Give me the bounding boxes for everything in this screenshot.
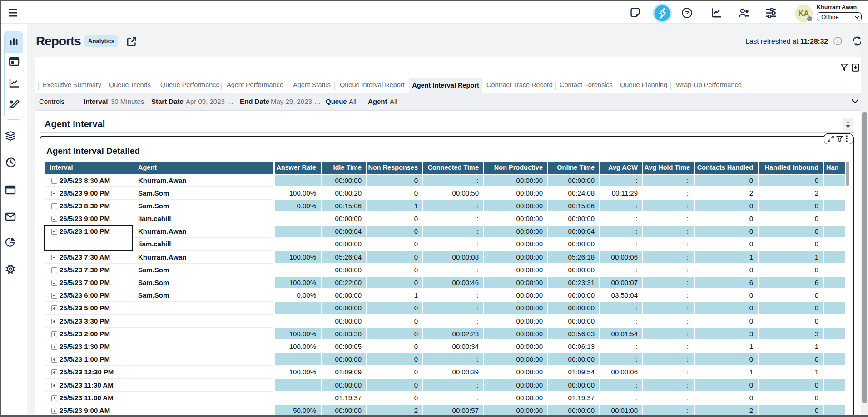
svg-text:?: ? — [685, 10, 689, 17]
